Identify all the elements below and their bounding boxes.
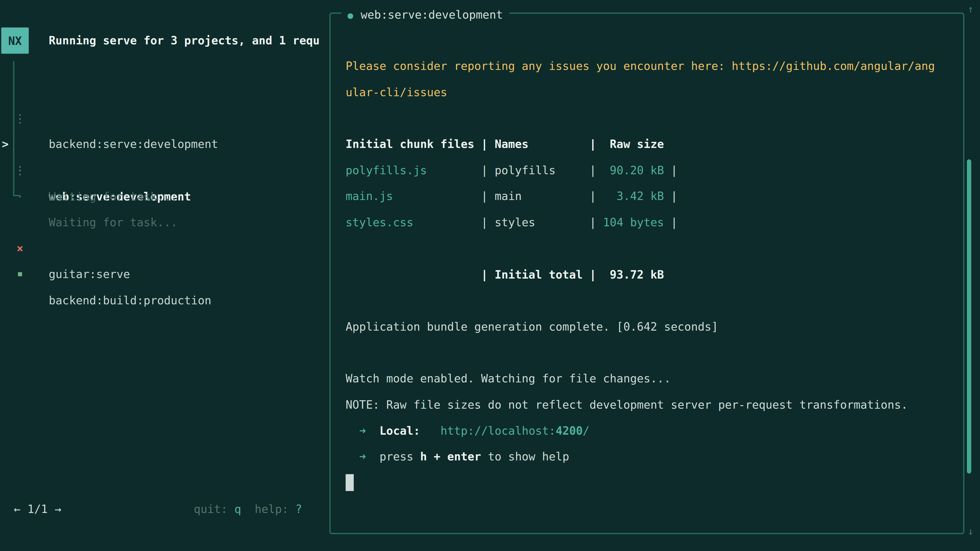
waiting-dot-icon: · xyxy=(14,183,25,210)
chunk-file-name: main.js xyxy=(345,189,393,203)
terminal-text xyxy=(345,424,359,437)
status-bullet-icon: ● xyxy=(348,10,353,21)
local-label: Local: xyxy=(380,424,420,437)
terminal-text: press xyxy=(366,450,420,463)
terminal-line: ➜ Local: http://localhost:4200/ xyxy=(345,418,959,444)
chunk-raw-size: 104 bytes xyxy=(603,216,664,229)
task-label: Waiting for task... xyxy=(49,183,177,210)
sidebar: NX Running serve for 3 projects, and 1 r… xyxy=(0,0,329,551)
terminal-line xyxy=(345,470,959,496)
help-key: ? xyxy=(295,502,302,515)
local-url-link[interactable]: / xyxy=(583,424,590,437)
chunk-raw-size: 90.20 kB xyxy=(610,164,664,176)
terminal-line: Initial chunk files | Names | Raw size xyxy=(345,131,959,157)
terminal-text: | polyfills | xyxy=(427,164,610,176)
terminal-text xyxy=(366,424,380,437)
terminal-text: | styles | xyxy=(414,216,603,229)
task-list-finished: × guitar:serve ■ backend:build:productio… xyxy=(0,209,329,261)
watch-mode-message: Watch mode enabled. Watching for file ch… xyxy=(345,372,671,385)
task-list-running: ⋮ backend:serve:development > ⋮ web:serv… xyxy=(0,79,329,183)
terminal-line: main.js | main | 3.42 kB | xyxy=(345,183,959,210)
scroll-up-icon[interactable]: ↑ xyxy=(963,3,978,15)
sidebar-title: Running serve for 3 projects, and 1 requ xyxy=(49,27,329,54)
help-keys: h + enter xyxy=(420,450,481,463)
chunk-table-header: Initial chunk files | Names | Raw size xyxy=(345,138,664,151)
terminal-line: styles.css | styles | 104 bytes | xyxy=(345,210,959,235)
terminal-line xyxy=(345,287,959,313)
hint-separator xyxy=(241,502,255,515)
task-item-backend-build[interactable]: ■ backend:build:production xyxy=(0,235,329,262)
task-output-title-text: web:serve:development xyxy=(361,8,503,21)
terminal-text: | xyxy=(664,216,678,229)
task-output-title: ●web:serve:development xyxy=(341,6,509,24)
chunk-file-name: polyfills.js xyxy=(345,164,427,176)
note-message: NOTE: Raw file sizes do not reflect deve… xyxy=(345,398,908,411)
quit-key: q xyxy=(234,502,241,515)
keyboard-hints: quit: q help: ? xyxy=(194,496,302,522)
chunk-raw-size: 3.42 kB xyxy=(617,189,664,203)
terminal-text: | xyxy=(664,164,678,176)
terminal-text xyxy=(420,424,441,437)
scroll-down-icon[interactable]: ↓ xyxy=(963,526,978,537)
help-hint-label: help: xyxy=(255,502,295,515)
arrow-icon: ➜ xyxy=(359,424,366,437)
terminal-line: Please consider reporting any issues you… xyxy=(345,53,959,79)
github-issues-link[interactable]: ular-cli/issues xyxy=(345,86,447,98)
pager-next-arrow[interactable]: → xyxy=(55,496,62,522)
local-url-link[interactable]: http://localhost: xyxy=(441,424,555,437)
quit-hint-label: quit: xyxy=(194,502,234,515)
local-url-port[interactable]: 4200 xyxy=(555,424,583,437)
success-square-icon: ■ xyxy=(14,262,25,287)
terminal-line xyxy=(345,105,959,131)
terminal-line: ular-cli/issues xyxy=(345,79,959,105)
terminal-text: to show help xyxy=(481,450,569,463)
terminal-line: | Initial total | 93.72 kB xyxy=(345,262,959,287)
terminal-cursor xyxy=(345,474,354,491)
github-issues-link[interactable]: https://github.com/angular/ang xyxy=(732,59,935,73)
terminal-line: polyfills.js | polyfills | 90.20 kB | xyxy=(345,157,959,183)
bundle-complete-message: Application bundle generation complete. … xyxy=(345,320,718,333)
initial-total: | Initial total | 93.72 kB xyxy=(345,268,664,281)
terminal-line: Application bundle generation complete. … xyxy=(345,313,959,340)
arrow-icon: ➜ xyxy=(359,450,366,463)
nx-terminal-ui: NX Running serve for 3 projects, and 1 r… xyxy=(0,0,980,551)
pager-current: 1/1 xyxy=(27,496,48,522)
terminal-line: Watch mode enabled. Watching for file ch… xyxy=(345,365,959,392)
terminal-text: | xyxy=(664,189,678,203)
terminal-text xyxy=(345,450,359,463)
task-item-backend-serve[interactable]: ⋮ backend:serve:development xyxy=(0,79,329,105)
chunk-file-name: styles.css xyxy=(345,216,413,229)
terminal-line: ➜ press h + enter to show help xyxy=(345,444,959,470)
task-label: guitar:serve xyxy=(49,262,130,287)
terminal-text: | main | xyxy=(393,189,617,203)
terminal-line xyxy=(345,340,959,365)
terminal-line: NOTE: Raw file sizes do not reflect deve… xyxy=(345,392,959,418)
pager-prev-arrow[interactable]: ← xyxy=(14,496,21,522)
terminal-lines: Please consider reporting any issues you… xyxy=(345,53,959,496)
task-item-waiting-2[interactable]: · Waiting for task... xyxy=(0,157,329,183)
task-item-waiting-1[interactable]: · Waiting for task... xyxy=(0,131,329,157)
scrollbar-thumb[interactable] xyxy=(967,159,971,473)
pager: ← 1/1 → xyxy=(14,496,62,522)
nx-logo: NX xyxy=(1,27,29,54)
task-label: backend:build:production xyxy=(49,287,211,313)
terminal-text: Please consider reporting any issues you… xyxy=(345,59,732,73)
terminal-line xyxy=(345,235,959,262)
task-item-web-serve[interactable]: > ⋮ web:serve:development xyxy=(0,105,329,131)
task-item-guitar-serve[interactable]: × guitar:serve xyxy=(0,209,329,235)
